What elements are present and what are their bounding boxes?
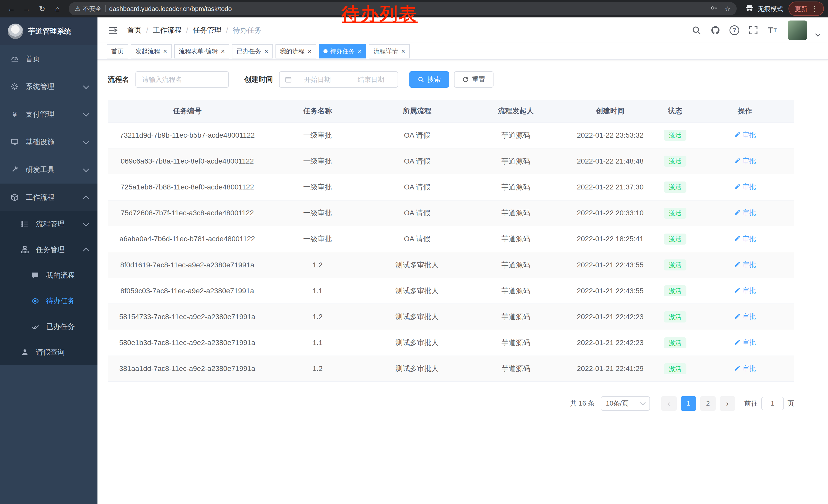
cell-created: 2022-01-22 21:37:30 [566,174,655,200]
sidebar-item-my-process[interactable]: 我的流程 [0,263,97,288]
approve-link[interactable]: 审批 [734,131,756,139]
sidebar-item-home[interactable]: 首页 [0,45,97,73]
create-time-label: 创建时间 [244,75,273,84]
sidebar-item-process-mgmt[interactable]: 流程管理 [0,211,97,237]
breadcrumb-task-mgmt[interactable]: 任务管理 [193,26,233,35]
next-page-button[interactable]: › [720,396,735,411]
approve-link[interactable]: 审批 [734,286,756,295]
table-row: 725a1eb6-7b88-11ec-8ef0-acde48001122 一级审… [108,174,794,200]
close-icon[interactable]: × [264,48,268,55]
close-icon[interactable]: × [401,48,405,55]
browser-back-icon[interactable]: ← [4,2,18,16]
cell-task-name: 一级审批 [267,148,368,174]
sidebar-item-todo-task[interactable]: 待办任务 [0,288,97,314]
tab-done-tasks[interactable]: 已办任务× [232,44,273,58]
sidebar-item-done-task[interactable]: 已办任务 [0,314,97,339]
cell-actions: 审批 [696,122,794,148]
url-text[interactable]: dashboard.yudao.iocoder.cn/bpm/task/todo [109,5,232,12]
approve-link[interactable]: 审批 [734,234,756,243]
process-name-input[interactable] [135,71,229,88]
sidebar-item-leave-query[interactable]: 请假查询 [0,339,97,365]
bookmark-star-icon[interactable]: ☆ [725,5,731,12]
tab-process-detail[interactable]: 流程详情× [369,44,410,58]
goto-page-input[interactable] [761,397,784,410]
browser-menu-icon[interactable]: ⋮ [811,5,818,13]
col-task-id: 任务编号 [108,100,267,122]
tab-start-process[interactable]: 发起流程× [131,44,172,58]
cell-initiator: 芋道源码 [466,174,566,200]
approve-link[interactable]: 审批 [734,338,756,347]
page-button-2[interactable]: 2 [700,396,716,411]
update-button[interactable]: 更新 ⋮ [788,2,824,16]
sidebar-item-infra[interactable]: 基础设施 [0,128,97,156]
start-date-placeholder[interactable]: 开始日期 [296,75,339,84]
browser-home-icon[interactable]: ⌂ [50,2,65,16]
cell-created: 2022-01-21 22:43:55 [566,252,655,278]
close-icon[interactable]: × [308,48,312,55]
sidebar-item-workflow[interactable]: 工作流程 [0,184,97,211]
avatar-caret-icon[interactable] [815,31,821,36]
chat-icon [31,271,40,280]
close-icon[interactable]: × [163,48,167,55]
approve-link[interactable]: 审批 [734,260,756,269]
tab-todo-tasks[interactable]: 待办任务× [319,44,366,58]
help-icon[interactable]: ? [729,25,740,36]
sidebar-item-payment[interactable]: ¥ 支付管理 [0,100,97,128]
process-name-label: 流程名 [108,75,129,84]
approve-link[interactable]: 审批 [734,312,756,321]
close-icon[interactable]: × [358,48,362,55]
todo-task-table: 任务编号 任务名称 所属流程 流程发起人 创建时间 状态 操作 73211d9d… [108,100,794,382]
incognito-icon [745,3,754,14]
sidebar-item-task-mgmt[interactable]: 任务管理 [0,237,97,263]
page-button-1[interactable]: 1 [681,396,696,411]
table-row: 58154733-7ac8-11ec-a9e2-a2380e71991a 1.2… [108,304,794,330]
approve-link[interactable]: 审批 [734,364,756,373]
cell-initiator: 芋道源码 [466,122,566,148]
cell-task-name: 1.2 [267,304,368,330]
browser-forward-icon[interactable]: → [19,2,34,16]
cell-initiator: 芋道源码 [466,304,566,330]
status-badge: 激活 [664,234,687,244]
reset-button[interactable]: 重置 [454,71,494,88]
github-icon[interactable] [710,25,721,36]
tab-my-process[interactable]: 我的流程× [276,44,316,58]
cell-task-name: 一级审批 [267,122,368,148]
breadcrumb-home[interactable]: 首页 [127,26,153,35]
sidebar-item-system[interactable]: 系统管理 [0,73,97,100]
edit-pen-icon [734,132,741,138]
cell-created: 2022-01-21 22:43:55 [566,278,655,304]
password-key-icon[interactable] [710,4,718,13]
end-date-placeholder[interactable]: 结束日期 [349,75,392,84]
table-row: a6aba0a4-7b6d-11ec-b781-acde48001122 一级审… [108,226,794,252]
page-size-select[interactable]: 10条/页 [601,396,650,411]
browser-reload-icon[interactable]: ↻ [35,2,49,16]
app-logo[interactable]: 芋道管理系统 [0,17,97,45]
sidebar-collapse-icon[interactable] [108,25,119,36]
close-icon[interactable]: × [221,48,225,55]
search-button[interactable]: 搜索 [409,71,449,88]
cell-process: OA 请假 [368,148,466,174]
tab-home[interactable]: 首页 [107,44,128,58]
wrench-icon [10,165,19,174]
prev-page-button[interactable]: ‹ [661,396,677,411]
table-row: 8f0d1619-7ac8-11ec-a9e2-a2380e71991a 1.2… [108,252,794,278]
cell-task-name: 一级审批 [267,226,368,252]
tab-form-edit[interactable]: 流程表单-编辑× [174,44,229,58]
approve-link[interactable]: 审批 [734,182,756,191]
sidebar-item-devtools[interactable]: 研发工具 [0,156,97,184]
search-icon[interactable] [691,25,702,36]
dashboard-icon [10,55,19,63]
security-chip[interactable]: ⚠ 不安全 [75,5,101,13]
font-size-icon[interactable]: TT [767,25,778,36]
status-badge: 激活 [664,363,687,374]
approve-link[interactable]: 审批 [734,208,756,217]
col-actions: 操作 [696,100,794,122]
fullscreen-icon[interactable] [748,25,759,36]
date-range-picker[interactable]: 开始日期 - 结束日期 [279,71,398,88]
breadcrumb-workflow[interactable]: 工作流程 [153,26,193,35]
approve-link[interactable]: 审批 [734,156,756,165]
tags-view-bar: 首页 发起流程× 流程表单-编辑× 已办任务× 我的流程× 待办任务× 流程详情… [97,43,828,60]
user-avatar[interactable] [788,20,807,40]
breadcrumb: 首页 工作流程 任务管理 待办任务 [127,26,261,35]
chevron-down-icon [83,166,89,172]
